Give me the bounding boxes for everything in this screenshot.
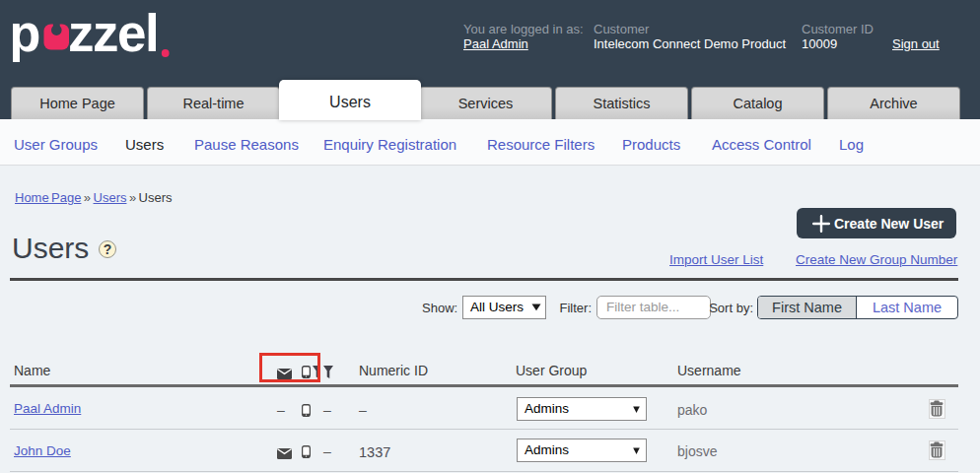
svg-text:p: p: [13, 8, 39, 62]
svg-text:zzel: zzel: [68, 8, 158, 62]
